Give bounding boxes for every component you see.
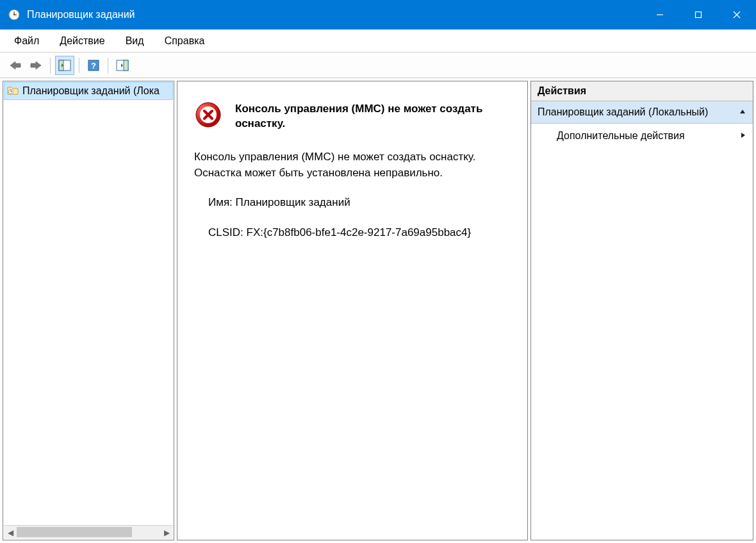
scroll-thumb[interactable] (17, 527, 132, 537)
menu-help[interactable]: Справка (156, 33, 214, 49)
menu-action[interactable]: Действие (51, 33, 113, 49)
help-button[interactable]: ? (84, 56, 103, 75)
actions-pane: Действия Планировщик заданий (Локальный)… (530, 81, 753, 540)
actions-more-label: Дополнительные действия (557, 130, 685, 142)
window-title: Планировщик заданий (27, 9, 135, 21)
error-name-line: Имя: Планировщик заданий (194, 195, 511, 211)
scroll-right-arrow-icon[interactable]: ▶ (160, 526, 173, 539)
actions-section-label: Планировщик заданий (Локальный) (538, 106, 708, 118)
actions-more-item[interactable]: Дополнительные действия (531, 124, 753, 148)
minimize-button[interactable] (641, 0, 679, 29)
content-pane: Консоль управления (MMC) не может создат… (177, 81, 528, 540)
actions-section-header[interactable]: Планировщик заданий (Локальный) (531, 101, 753, 124)
window-controls (641, 0, 756, 29)
tree-horizontal-scrollbar[interactable]: ◀ ▶ (4, 525, 173, 539)
maximize-button[interactable] (679, 0, 718, 29)
tree-root-label: Планировщик заданий (Лока (22, 85, 160, 97)
error-body: Консоль управления (MMC) не может создат… (194, 149, 511, 241)
nav-back-button[interactable] (6, 56, 25, 75)
titlebar: Планировщик заданий (0, 0, 756, 29)
body: Планировщик заданий (Лока ◀ ▶ (0, 78, 756, 543)
svg-rect-5 (696, 12, 702, 18)
error-icon (194, 101, 222, 129)
show-hide-actions-button[interactable] (113, 56, 132, 75)
menubar: Файл Действие Вид Справка (0, 29, 756, 53)
close-button[interactable] (718, 0, 756, 29)
submenu-arrow-icon (740, 130, 746, 142)
svg-text:?: ? (91, 61, 96, 71)
menu-file[interactable]: Файл (5, 33, 48, 49)
collapse-icon (739, 106, 746, 118)
scroll-left-arrow-icon[interactable]: ◀ (4, 526, 17, 539)
clock-icon (8, 8, 21, 21)
error-body-line1: Консоль управления (MMC) не может создат… (194, 151, 475, 163)
tree-root-item[interactable]: Планировщик заданий (Лока (4, 82, 173, 100)
actions-pane-header: Действия (531, 81, 753, 101)
svg-marker-23 (740, 110, 745, 113)
menu-view[interactable]: Вид (117, 33, 153, 49)
scheduler-folder-icon (7, 85, 19, 97)
svg-rect-14 (124, 60, 128, 71)
toolbar: ? (0, 53, 756, 78)
tree-pane: Планировщик заданий (Лока ◀ ▶ (3, 81, 174, 540)
error-body-line2: Оснастка может быть установлена неправил… (194, 167, 443, 179)
error-clsid-line: CLSID: FX:{c7b8fb06-bfe1-4c2e-9217-7a69a… (194, 225, 511, 241)
error-title: Консоль управления (MMC) не может создат… (235, 101, 511, 131)
svg-marker-24 (741, 133, 745, 138)
show-hide-tree-button[interactable] (55, 56, 74, 75)
nav-forward-button[interactable] (26, 56, 45, 75)
